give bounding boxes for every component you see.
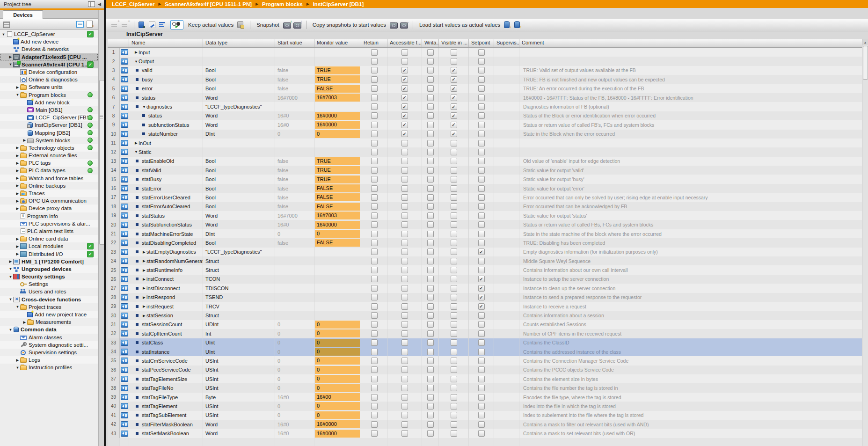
retain-checkbox[interactable] xyxy=(371,85,378,92)
writable-checkbox[interactable] xyxy=(427,58,434,65)
setpoint-checkbox[interactable] xyxy=(478,421,485,428)
table-view-icon[interactable] xyxy=(76,21,85,28)
name-cell[interactable]: statValid xyxy=(129,166,203,175)
tree-item-traces[interactable]: ▶Traces xyxy=(0,190,98,197)
setpoint-checkbox[interactable] xyxy=(478,85,485,92)
writable-checkbox[interactable] xyxy=(427,85,434,92)
setpoint-checkbox[interactable] xyxy=(478,158,485,164)
start-value-cell[interactable]: 0 xyxy=(275,356,314,365)
data-type-cell[interactable]: Bool xyxy=(203,202,275,211)
setpoint-checkbox[interactable] xyxy=(478,258,485,264)
name-cell[interactable]: statBusy xyxy=(129,175,203,183)
start-value-cell[interactable] xyxy=(275,248,314,256)
setpoint-checkbox[interactable]: ✓ xyxy=(478,285,485,292)
tree-item-online-card-data[interactable]: ▶Online card data xyxy=(0,235,98,242)
setpoint-checkbox[interactable] xyxy=(478,358,485,364)
name-cell[interactable]: ▼Static xyxy=(129,147,203,156)
setpoint-checkbox[interactable] xyxy=(478,203,485,210)
name-cell[interactable]: statTagFileType xyxy=(129,393,203,402)
retain-checkbox[interactable] xyxy=(371,394,378,401)
monitor-value-cell[interactable]: FALSE xyxy=(314,202,361,211)
data-type-cell[interactable]: Struct xyxy=(203,265,275,274)
visible-checkbox[interactable] xyxy=(451,321,457,328)
data-type-cell[interactable]: UDInt xyxy=(203,320,275,329)
table-row-busy[interactable]: 4busyBoolfalseTRUE✓✓TRUE: FB is not fini… xyxy=(108,75,862,84)
tree-item-software-units[interactable]: ▶Software units xyxy=(0,83,98,91)
expand-arrow-icon[interactable]: ▶ xyxy=(15,244,20,249)
start-value-cell[interactable]: false xyxy=(275,184,314,193)
writable-checkbox[interactable] xyxy=(427,221,434,228)
data-type-cell[interactable]: Word xyxy=(203,420,275,429)
writable-checkbox[interactable] xyxy=(427,158,434,164)
retain-checkbox[interactable] xyxy=(371,376,378,382)
tree-item-plc-tags[interactable]: ▶PLC tags xyxy=(0,159,98,167)
monitor-value-cell[interactable]: 0 xyxy=(314,356,361,365)
monitor-value-cell[interactable]: 16#0000 xyxy=(314,120,361,129)
accessible-checkbox[interactable] xyxy=(401,358,408,364)
writable-checkbox[interactable] xyxy=(427,112,434,119)
setpoint-checkbox[interactable] xyxy=(478,76,485,83)
table-row-staterrorautocleared[interactable]: 18statErrorAutoClearedBoolfalseFALSEErro… xyxy=(108,202,862,211)
data-type-cell[interactable]: Bool xyxy=(203,84,275,93)
accessible-checkbox[interactable] xyxy=(401,158,408,164)
start-value-cell[interactable]: 0 xyxy=(275,402,314,410)
retain-checkbox[interactable] xyxy=(371,349,378,355)
comment-cell[interactable]: State in the state machine of the block … xyxy=(519,229,862,238)
visible-checkbox[interactable] xyxy=(451,185,457,192)
start-value-cell[interactable]: 0 xyxy=(275,130,314,139)
tree-item-add-new-device[interactable]: Add new device xyxy=(0,38,98,45)
comment-cell[interactable] xyxy=(519,147,862,156)
expand-arrow-icon[interactable]: ▶ xyxy=(15,85,20,89)
expand-arrow-icon[interactable]: ▶ xyxy=(8,55,13,59)
comment-cell[interactable]: Empty diagnostics information (for initi… xyxy=(519,248,862,256)
start-value-cell[interactable] xyxy=(275,256,314,265)
data-type-cell[interactable]: USInt xyxy=(203,366,275,374)
setpoint-checkbox[interactable] xyxy=(478,430,485,437)
visible-checkbox[interactable] xyxy=(451,194,457,201)
setpoint-checkbox[interactable] xyxy=(478,67,485,73)
data-type-cell[interactable]: Bool xyxy=(203,157,275,166)
setpoint-checkbox[interactable] xyxy=(478,122,485,128)
retain-checkbox[interactable] xyxy=(371,403,378,409)
collapse-panel-icon[interactable]: ◀ xyxy=(98,2,101,7)
monitor-value-cell[interactable]: 0 xyxy=(314,347,361,356)
data-type-cell[interactable]: Word xyxy=(203,211,275,220)
visible-checkbox[interactable] xyxy=(451,366,457,373)
visible-checkbox[interactable] xyxy=(451,249,457,255)
comment-cell[interactable]: Number of CPF items in the received requ… xyxy=(519,329,862,338)
writable-checkbox[interactable] xyxy=(427,349,434,355)
table-row-statmachineerrorstate[interactable]: 21statMachineErrorStateDInt00State in th… xyxy=(108,229,862,238)
monitor-value-cell[interactable]: FALSE xyxy=(314,84,361,93)
data-type-cell[interactable]: Bool xyxy=(203,193,275,202)
data-type-cell[interactable]: USInt xyxy=(203,383,275,392)
writable-checkbox[interactable] xyxy=(427,149,434,155)
start-value-cell[interactable]: 16#0 xyxy=(275,120,314,129)
setpoint-checkbox[interactable]: ✓ xyxy=(478,276,485,282)
data-type-cell[interactable]: USInt xyxy=(203,356,275,365)
name-cell[interactable]: statPcccServiceCode xyxy=(129,366,203,374)
data-type-cell[interactable]: TRCV xyxy=(203,302,275,311)
expand-arrow-icon[interactable]: ▶ xyxy=(15,168,20,173)
monitor-value-cell[interactable]: 0 xyxy=(314,366,361,374)
retain-checkbox[interactable] xyxy=(371,240,378,246)
tree-item-project-traces[interactable]: ▼Project traces xyxy=(0,303,98,311)
data-type-cell[interactable]: DInt xyxy=(203,229,275,238)
table-row-staterror[interactable]: 16statErrorBoolfalseFALSEStatic value fo… xyxy=(108,184,862,193)
start-value-cell[interactable]: 0 xyxy=(275,374,314,383)
monitor-value-cell[interactable]: FALSE xyxy=(314,238,361,247)
monitor-value-cell[interactable]: 16#7003 xyxy=(314,93,361,102)
monitor-value-cell[interactable]: FALSE xyxy=(314,184,361,193)
setpoint-checkbox[interactable] xyxy=(478,140,485,146)
monitor-value-cell[interactable]: TRUE xyxy=(314,175,361,183)
tree-item-users-and-roles[interactable]: Users and roles xyxy=(0,288,98,295)
monitor-value-cell[interactable]: FALSE xyxy=(314,193,361,202)
start-value-cell[interactable]: 0 xyxy=(275,338,314,347)
retain-checkbox[interactable] xyxy=(371,203,378,210)
comment-cell[interactable]: Contains information about our own call … xyxy=(519,265,862,274)
setpoint-checkbox[interactable] xyxy=(478,112,485,119)
writable-checkbox[interactable] xyxy=(427,430,434,437)
visible-checkbox[interactable] xyxy=(451,203,457,210)
start-value-cell[interactable]: 0 xyxy=(275,329,314,338)
comment-cell[interactable]: Status or return value of called FBs, FC… xyxy=(519,220,862,229)
comment-cell[interactable]: Contains information about a session xyxy=(519,311,862,320)
